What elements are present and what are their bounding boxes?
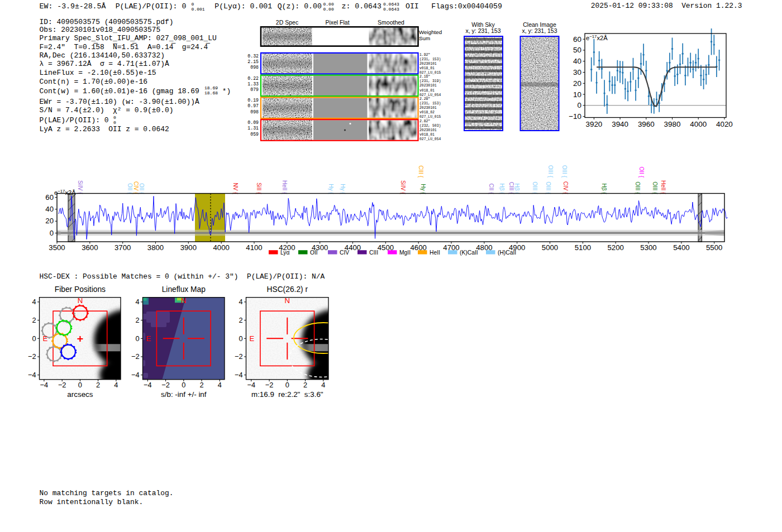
svg-text:(H)CaII: (H)CaII: [498, 250, 516, 256]
svg-text:2: 2: [239, 316, 242, 324]
svg-text:−4: −4: [144, 381, 152, 389]
svg-text:E: E: [250, 334, 255, 343]
svg-text:arcsecs: arcsecs: [67, 390, 93, 399]
svg-text:Hγ {: Hγ {: [328, 184, 334, 194]
svg-text:−4: −4: [247, 381, 256, 389]
svg-text:0: 0: [135, 334, 139, 343]
svg-text:CII {: CII {: [488, 184, 494, 195]
svg-text:CIV {: CIV {: [133, 181, 139, 194]
svg-text:Lineflux Map: Lineflux Map: [162, 285, 206, 294]
svg-text:3980: 3980: [664, 120, 681, 128]
svg-text:2: 2: [135, 316, 139, 324]
svg-text:50: 50: [573, 46, 581, 54]
svg-text:4: 4: [321, 381, 325, 389]
svg-text:OIII {: OIII {: [561, 165, 568, 178]
svg-text:m:16.9 re:2.2" s:3.6": m:16.9 re:2.2" s:3.6": [251, 390, 323, 399]
svg-text:CIII {: CIII {: [418, 165, 424, 178]
svg-text:0: 0: [285, 381, 289, 389]
svg-text:4: 4: [114, 381, 118, 389]
svg-text:0: 0: [239, 334, 242, 343]
svg-text:SiIV {: SiIV {: [77, 180, 83, 194]
svg-text:3500: 3500: [49, 243, 65, 252]
svg-text:5500: 5500: [706, 243, 722, 252]
svg-text:60: 60: [573, 35, 581, 44]
svg-text:−2: −2: [161, 381, 170, 389]
svg-text:5400: 5400: [673, 243, 689, 252]
svg-text:OII {: OII {: [638, 167, 645, 178]
svg-text:0: 0: [578, 101, 581, 109]
svg-text:2: 2: [96, 381, 100, 389]
svg-text:OIII {: OIII {: [635, 181, 641, 194]
svg-text:0: 0: [32, 334, 36, 343]
svg-text:E: E: [43, 334, 48, 343]
svg-text:e−17x2Å: e−17x2Å: [586, 34, 608, 41]
svg-text:4: 4: [239, 298, 242, 306]
svg-text:4000: 4000: [213, 243, 230, 252]
svg-text:0: 0: [182, 381, 185, 389]
svg-text:2: 2: [199, 381, 203, 389]
svg-text:−10: −10: [569, 112, 581, 121]
svg-text:N: N: [181, 296, 187, 305]
svg-text:OII: OII: [310, 250, 318, 256]
svg-text:−2: −2: [265, 381, 274, 389]
svg-text:CIII: CIII: [369, 250, 378, 256]
svg-text:3600: 3600: [82, 243, 98, 252]
svg-text:5200: 5200: [608, 243, 624, 252]
svg-text:HeII: HeII: [430, 250, 440, 256]
svg-text:−2: −2: [58, 381, 66, 389]
svg-text:N: N: [78, 296, 83, 305]
svg-text:−4: −4: [28, 371, 36, 379]
svg-text:4020: 4020: [716, 120, 733, 128]
svg-text:Fiber Positions: Fiber Positions: [55, 285, 106, 294]
svg-text:SiII {: SiII {: [256, 183, 262, 194]
svg-text:Hβ {: Hβ {: [601, 183, 607, 194]
svg-text:60: 60: [45, 193, 54, 202]
svg-text:OIII {: OIII {: [652, 181, 658, 194]
svg-text:3920: 3920: [586, 120, 603, 128]
svg-text:10: 10: [573, 90, 581, 99]
svg-text:20: 20: [573, 79, 581, 88]
svg-text:OIII {: OIII {: [532, 181, 538, 194]
svg-text:4: 4: [135, 298, 139, 306]
svg-text:MgII: MgII: [399, 250, 411, 256]
svg-text:3960: 3960: [638, 120, 655, 128]
svg-text:0: 0: [50, 229, 54, 237]
svg-text:3800: 3800: [147, 243, 164, 252]
svg-text:OII {: OII {: [139, 183, 145, 194]
svg-text:OIII {: OIII {: [545, 181, 551, 194]
svg-text:4100: 4100: [246, 243, 262, 252]
svg-text:Hβ {: Hβ {: [514, 183, 520, 194]
svg-text:e−17x2Å: e−17x2Å: [54, 189, 76, 196]
svg-text:3900: 3900: [180, 243, 197, 252]
svg-text:NV {: NV {: [232, 183, 239, 194]
svg-text:HeII {: HeII {: [282, 180, 288, 194]
svg-text:4: 4: [32, 298, 36, 306]
svg-text:(K)CaII: (K)CaII: [460, 250, 478, 256]
svg-text:−4: −4: [131, 371, 140, 379]
svg-text:4000: 4000: [690, 120, 707, 128]
svg-text:2: 2: [32, 316, 36, 324]
svg-text:−4: −4: [235, 371, 243, 379]
svg-text:HSC(26.2) r: HSC(26.2) r: [266, 285, 308, 294]
svg-text:Hβ {: Hβ {: [499, 183, 505, 194]
svg-text:40: 40: [573, 57, 581, 65]
svg-text:SiIV {: SiIV {: [400, 180, 406, 194]
svg-text:Hγ {: Hγ {: [340, 184, 346, 194]
svg-text:HeII {: HeII {: [660, 180, 666, 194]
svg-text:−2: −2: [28, 352, 36, 361]
svg-text:40: 40: [45, 205, 54, 213]
svg-text:4: 4: [218, 381, 222, 389]
svg-text:CIV {: CIV {: [562, 181, 569, 194]
svg-text:5000: 5000: [542, 243, 558, 252]
svg-text:N: N: [285, 296, 290, 305]
svg-text:OII {: OII {: [127, 183, 133, 194]
svg-text:s/b: -inf +/- inf: s/b: -inf +/- inf: [161, 390, 207, 399]
svg-text:30: 30: [573, 68, 581, 76]
svg-text:−4: −4: [40, 381, 49, 389]
svg-text:CIII {: CIII {: [508, 182, 514, 194]
svg-text:20: 20: [45, 217, 54, 225]
svg-text:2: 2: [303, 381, 307, 389]
svg-text:−2: −2: [235, 352, 243, 361]
svg-text:OIII {: OIII {: [547, 165, 554, 178]
svg-text:CIV: CIV: [340, 250, 349, 256]
